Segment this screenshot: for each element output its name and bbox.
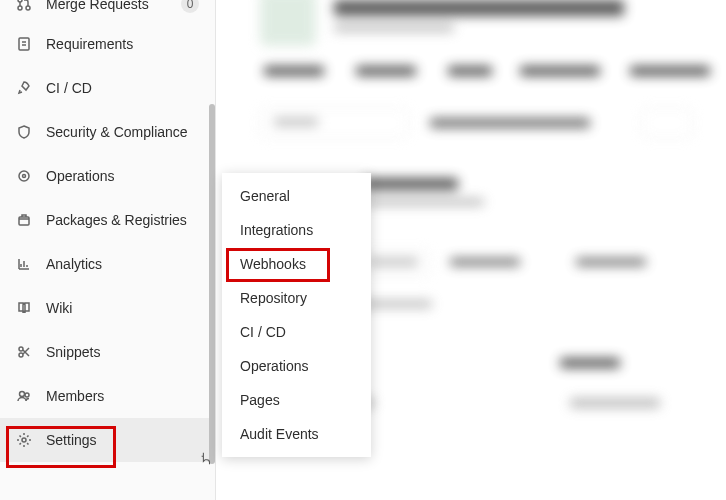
submenu-item-webhooks[interactable]: Webhooks <box>222 247 371 281</box>
sidebar-item-cicd[interactable]: CI / CD <box>0 66 215 110</box>
submenu-item-label: Operations <box>240 358 308 374</box>
submenu-item-general[interactable]: General <box>222 179 371 213</box>
sidebar-item-label: Packages & Registries <box>46 212 199 228</box>
submenu-item-repository[interactable]: Repository <box>222 281 371 315</box>
sidebar-item-label: Members <box>46 388 199 404</box>
sidebar-item-security[interactable]: Security & Compliance <box>0 110 215 154</box>
svg-rect-6 <box>19 217 29 225</box>
submenu-item-audit-events[interactable]: Audit Events <box>222 417 371 451</box>
submenu-item-cicd[interactable]: CI / CD <box>222 315 371 349</box>
sidebar-scrollbar[interactable] <box>209 104 215 464</box>
shield-icon <box>16 124 32 140</box>
rocket-icon <box>16 80 32 96</box>
submenu-item-label: Audit Events <box>240 426 319 442</box>
sidebar-item-snippets[interactable]: Snippets <box>0 330 215 374</box>
members-icon <box>16 388 32 404</box>
submenu-item-label: General <box>240 188 290 204</box>
sidebar-item-members[interactable]: Members <box>0 374 215 418</box>
submenu-item-integrations[interactable]: Integrations <box>222 213 371 247</box>
svg-point-11 <box>22 438 26 442</box>
svg-point-0 <box>18 0 22 2</box>
scissors-icon <box>16 344 32 360</box>
sidebar-item-label: Merge Requests <box>46 0 167 12</box>
submenu-item-label: CI / CD <box>240 324 286 340</box>
sidebar-item-operations[interactable]: Operations <box>0 154 215 198</box>
sidebar-item-label: Requirements <box>46 36 199 52</box>
operations-icon <box>16 168 32 184</box>
sidebar-item-label: Settings <box>46 432 199 448</box>
svg-point-10 <box>25 393 29 397</box>
project-sidebar: Merge Requests 0 Requirements CI / CD <box>0 0 216 500</box>
submenu-item-operations[interactable]: Operations <box>222 349 371 383</box>
svg-point-2 <box>26 6 30 10</box>
sidebar-item-merge-requests[interactable]: Merge Requests 0 <box>0 0 215 22</box>
svg-point-8 <box>19 353 23 357</box>
sidebar-item-analytics[interactable]: Analytics <box>0 242 215 286</box>
svg-point-5 <box>23 175 26 178</box>
settings-submenu: General Integrations Webhooks Repository… <box>222 173 371 457</box>
sidebar-item-label: Analytics <box>46 256 199 272</box>
sidebar-item-settings[interactable]: Settings <box>0 418 215 462</box>
chart-icon <box>16 256 32 272</box>
sidebar-item-wiki[interactable]: Wiki <box>0 286 215 330</box>
sidebar-item-label: CI / CD <box>46 80 199 96</box>
sidebar-item-label: Operations <box>46 168 199 184</box>
sidebar-item-packages[interactable]: Packages & Registries <box>0 198 215 242</box>
svg-point-4 <box>19 171 29 181</box>
sidebar-item-label: Security & Compliance <box>46 124 199 140</box>
requirements-icon <box>16 36 32 52</box>
sidebar-item-label: Snippets <box>46 344 199 360</box>
submenu-item-label: Integrations <box>240 222 313 238</box>
submenu-item-label: Webhooks <box>240 256 306 272</box>
svg-point-9 <box>20 392 25 397</box>
svg-point-7 <box>19 347 23 351</box>
merge-request-icon <box>16 0 32 12</box>
svg-point-1 <box>18 6 22 10</box>
sidebar-item-label: Wiki <box>46 300 199 316</box>
gear-icon <box>16 432 32 448</box>
book-icon <box>16 300 32 316</box>
submenu-item-label: Repository <box>240 290 307 306</box>
sidebar-item-requirements[interactable]: Requirements <box>0 22 215 66</box>
merge-requests-badge: 0 <box>181 0 199 13</box>
submenu-item-pages[interactable]: Pages <box>222 383 371 417</box>
submenu-item-label: Pages <box>240 392 280 408</box>
svg-rect-3 <box>19 38 29 50</box>
package-icon <box>16 212 32 228</box>
